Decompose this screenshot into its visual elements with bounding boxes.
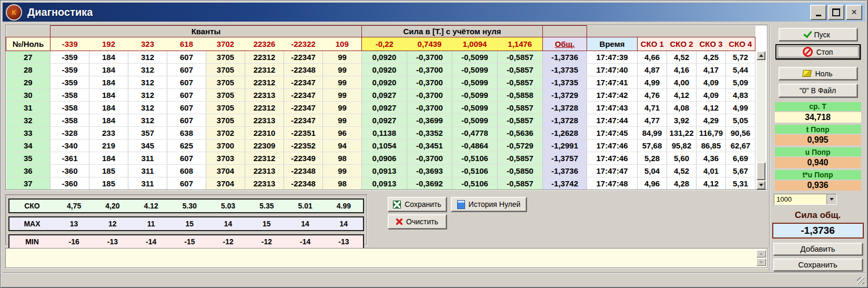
table-cell: 184	[89, 102, 128, 114]
table-cell: 4,52	[667, 51, 697, 64]
table-cell: 36	[6, 165, 51, 177]
table-cell: -1,3728	[543, 114, 587, 127]
close-button[interactable]: ✕	[846, 5, 862, 20]
table-cell: 31	[6, 102, 51, 114]
table-cell: 35	[6, 152, 51, 165]
scroll-up-button[interactable]	[756, 51, 765, 60]
table-cell: 99	[323, 165, 362, 177]
table-cell: -0,5099	[452, 114, 498, 127]
tu-corr-value: 0,936	[775, 181, 861, 191]
save-excel-button[interactable]: Сохранить	[388, 197, 447, 212]
stat-value: -15	[170, 235, 209, 248]
table-cell: 22310	[245, 127, 284, 140]
table-row: 33-328233357638370222310-22351960,1138-0…	[6, 127, 755, 140]
table-cell: 357	[128, 127, 167, 140]
table-cell: 312	[128, 102, 167, 114]
stat-value: 5.30	[170, 200, 209, 212]
client-area: Кванты Сила в [Т.] с учётом нуля №/Ноль …	[3, 23, 865, 272]
clear-button[interactable]: Очистить	[388, 214, 447, 229]
zero-to-file-button[interactable]: "0" В Файл	[779, 84, 857, 97]
table-cell: 5,44	[726, 64, 755, 76]
table-cell: 184	[89, 51, 128, 64]
stat-value: 4.12	[132, 200, 170, 212]
table-cell: 4,29	[697, 114, 726, 127]
maximize-button[interactable]	[828, 5, 844, 20]
time-column-header: Время	[587, 37, 638, 51]
kvanty-zero: 22326	[245, 37, 284, 51]
table-cell: 17:47:42	[587, 89, 638, 102]
table-cell: -358	[51, 89, 89, 102]
table-cell: -1,3736	[543, 51, 587, 64]
zero-button[interactable]: Ноль	[779, 67, 857, 80]
table-cell: 185	[89, 165, 128, 177]
kvanty-zero: 109	[323, 37, 362, 51]
table-cell: 0,0913	[362, 177, 407, 190]
zero-history-button[interactable]: История Нулей	[451, 197, 527, 212]
scroll-thumb[interactable]	[756, 162, 765, 180]
table-cell: 607	[167, 102, 206, 114]
table-cell: -359	[51, 76, 89, 89]
table-cell: -361	[51, 152, 89, 165]
table-row: 32-358184312607370522313-22347990,0927-0…	[6, 114, 755, 127]
table-cell: 22312	[245, 51, 284, 64]
kvanty-zero: 618	[167, 37, 206, 51]
total-column-header[interactable]: Общ.	[543, 37, 587, 51]
table-cell: 17:47:40	[587, 64, 638, 76]
add-button[interactable]: Добавить	[773, 243, 863, 255]
table-row: 29-359184312607370522312-22347990,0920-0…	[6, 76, 755, 89]
table-cell: 22312	[245, 152, 284, 165]
table-cell: -0,5106	[452, 165, 498, 177]
table-cell: 3705	[206, 64, 245, 76]
table-row: 37-360185311607370422313-22348980,0913-0…	[6, 177, 755, 190]
dropdown-button[interactable]	[826, 194, 836, 204]
table-cell: -0,5636	[498, 127, 543, 140]
scroll-down-button[interactable]	[756, 181, 765, 190]
table-cell: 4,66	[638, 51, 667, 64]
table-cell: -0,4864	[452, 140, 498, 152]
table-cell: 3,92	[667, 114, 697, 127]
start-button[interactable]: Пуск	[779, 28, 857, 41]
stat-value: -13	[93, 235, 132, 248]
table-cell: 86,85	[697, 140, 726, 152]
sko-column-header: СКО 2	[667, 37, 697, 51]
table-cell: 4,99	[638, 76, 667, 89]
table-cell: 0,0927	[362, 114, 407, 127]
table-cell: -22347	[284, 76, 323, 89]
minimize-button[interactable]	[810, 5, 826, 20]
stat-value: 11	[132, 217, 170, 230]
table-cell: -1,3742	[543, 177, 587, 190]
table-cell: 4,16	[667, 64, 697, 76]
table-cell: 22312	[245, 76, 284, 89]
table-cell: -0,5099	[452, 64, 498, 76]
table-cell: 312	[128, 51, 167, 64]
tu-corr-label: t*u Попр	[775, 170, 861, 180]
save-button[interactable]: Сохранить	[773, 259, 863, 271]
memo-scroll-down-button[interactable]	[756, 259, 766, 266]
table-cell: 608	[167, 165, 206, 177]
table-cell: 184	[89, 114, 128, 127]
memo-scroll-up-button[interactable]	[756, 250, 766, 257]
stats-sko-row: СКО4,754,204.125.305.035.355.014.99	[8, 198, 364, 213]
log-textarea[interactable]	[5, 248, 768, 268]
red-x-icon	[396, 219, 402, 225]
resize-grip[interactable]	[857, 277, 864, 284]
stop-button[interactable]: Стоп	[775, 44, 861, 59]
table-row: 27-359184312607370522312-22347990,0920-0…	[6, 51, 755, 64]
table-cell: -0,3451	[407, 140, 452, 152]
table-cell: 34	[6, 140, 51, 152]
table-cell: 0,0927	[362, 89, 407, 102]
stat-value: -12	[247, 235, 286, 248]
t-corr-value: 0,995	[775, 135, 861, 145]
table-cell: 95,82	[667, 140, 697, 152]
table-cell: -1,3757	[543, 152, 587, 165]
table-cell: 29	[6, 76, 51, 89]
memo-scrollbar	[756, 250, 766, 266]
table-scrollbar[interactable]	[756, 51, 765, 190]
table-cell: 5,72	[726, 51, 755, 64]
table-cell: 5,04	[638, 165, 667, 177]
table-cell: 625	[167, 140, 206, 152]
table-cell: 607	[167, 51, 206, 64]
table-cell: 4,28	[667, 177, 697, 190]
kvanty-zero: -22322	[284, 37, 323, 51]
count-dropdown[interactable]: 1000	[774, 194, 837, 205]
